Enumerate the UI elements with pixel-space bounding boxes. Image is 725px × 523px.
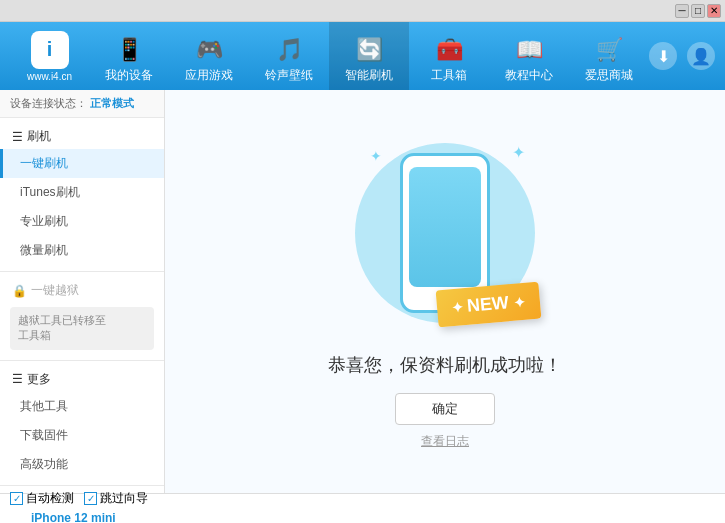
device-status: 设备连接状态： 正常模式 bbox=[0, 90, 164, 118]
jailbreak-note: 越狱工具已转移至 工具箱 bbox=[10, 307, 154, 350]
more-section: ☰ 更多 其他工具 下载固件 高级功能 bbox=[0, 361, 164, 486]
tutorial-icon: 📖 bbox=[516, 37, 543, 63]
view-log-link[interactable]: 查看日志 bbox=[421, 433, 469, 450]
nav-label-ringtone: 铃声壁纸 bbox=[265, 67, 313, 84]
flash-section-label: 刷机 bbox=[27, 128, 51, 145]
sidebar-item-other-tools[interactable]: 其他工具 bbox=[0, 392, 164, 421]
sidebar-item-advanced[interactable]: 高级功能 bbox=[0, 450, 164, 479]
confirm-button[interactable]: 确定 bbox=[395, 393, 495, 425]
nav-right: ⬇ 👤 bbox=[649, 42, 715, 70]
more-section-header: ☰ 更多 bbox=[0, 367, 164, 392]
logo-icon: i bbox=[31, 31, 69, 69]
toolbox-icon: 🧰 bbox=[436, 37, 463, 63]
title-bar: ─ □ ✕ bbox=[0, 0, 725, 22]
device-status-label: 设备连接状态： bbox=[10, 97, 87, 109]
sidebar-item-one-key-flash[interactable]: 一键刷机 bbox=[0, 149, 164, 178]
sidebar-item-itunes-flash[interactable]: iTunes刷机 bbox=[0, 178, 164, 207]
nav-item-apps-games[interactable]: 🎮 应用游戏 bbox=[169, 22, 249, 90]
logo-text: www.i4.cn bbox=[27, 71, 72, 82]
more-section-label: 更多 bbox=[27, 371, 51, 388]
nav-item-smart-flash[interactable]: 🔄 智能刷机 bbox=[329, 22, 409, 90]
sidebar: 设备连接状态： 正常模式 ☰ 刷机 一键刷机 iTunes刷机 专业刷机 微量刷… bbox=[0, 90, 165, 493]
nav-item-my-device[interactable]: 📱 我的设备 bbox=[89, 22, 169, 90]
nav-item-store[interactable]: 🛒 爱思商城 bbox=[569, 22, 649, 90]
jailbreak-section-label: 一键越狱 bbox=[31, 282, 79, 299]
nav-label-smart-flash: 智能刷机 bbox=[345, 67, 393, 84]
auto-detect-checkbox[interactable]: ✓ 自动检测 bbox=[10, 490, 74, 507]
flash-section-header: ☰ 刷机 bbox=[0, 124, 164, 149]
logo-area[interactable]: i www.i4.cn bbox=[10, 31, 89, 82]
jailbreak-section: 🔒 一键越狱 越狱工具已转移至 工具箱 bbox=[0, 272, 164, 361]
device-row: 📱 iPhone 12 mini 64GB Down-12mini-13.1 bbox=[10, 511, 715, 523]
apps-icon: 🎮 bbox=[196, 37, 223, 63]
user-button[interactable]: 👤 bbox=[687, 42, 715, 70]
phone-screen bbox=[409, 167, 481, 287]
sparkle-tr-icon: ✦ bbox=[512, 143, 525, 162]
new-badge: NEW bbox=[436, 282, 542, 328]
flash-section: ☰ 刷机 一键刷机 iTunes刷机 专业刷机 微量刷机 bbox=[0, 118, 164, 272]
skip-wizard-label: 跳过向导 bbox=[100, 490, 148, 507]
nav-label-apps-games: 应用游戏 bbox=[185, 67, 233, 84]
main-area: 设备连接状态： 正常模式 ☰ 刷机 一键刷机 iTunes刷机 专业刷机 微量刷… bbox=[0, 90, 725, 493]
smart-flash-icon: 🔄 bbox=[356, 37, 383, 63]
sparkle-tl-icon: ✦ bbox=[370, 148, 382, 164]
device-status-value: 正常模式 bbox=[90, 97, 134, 109]
lock-icon: 🔒 bbox=[12, 284, 27, 298]
content-area: ✦ ✦ NEW 恭喜您，保资料刷机成功啦！ 确定 查看日志 bbox=[165, 90, 725, 493]
close-button[interactable]: ✕ bbox=[707, 4, 721, 18]
checkbox-row: ✓ 自动检测 ✓ 跳过向导 bbox=[10, 490, 715, 507]
success-illustration: ✦ ✦ NEW bbox=[345, 133, 545, 333]
logo-char: i bbox=[47, 38, 53, 61]
maximize-button[interactable]: □ bbox=[691, 4, 705, 18]
download-button[interactable]: ⬇ bbox=[649, 42, 677, 70]
nav-label-my-device: 我的设备 bbox=[105, 67, 153, 84]
skip-wizard-check-icon: ✓ bbox=[84, 492, 97, 505]
success-message: 恭喜您，保资料刷机成功啦！ bbox=[328, 353, 562, 377]
nav-label-tutorial: 教程中心 bbox=[505, 67, 553, 84]
device-info: iPhone 12 mini 64GB Down-12mini-13.1 bbox=[31, 511, 120, 523]
sidebar-item-download-fw[interactable]: 下载固件 bbox=[0, 421, 164, 450]
nav-label-store: 爱思商城 bbox=[585, 67, 633, 84]
auto-detect-check-icon: ✓ bbox=[10, 492, 23, 505]
skip-wizard-checkbox[interactable]: ✓ 跳过向导 bbox=[84, 490, 148, 507]
sidebar-item-pro-flash[interactable]: 专业刷机 bbox=[0, 207, 164, 236]
more-icon: ☰ bbox=[12, 372, 23, 386]
device-info-bar: ✓ 自动检测 ✓ 跳过向导 📱 iPhone 12 mini 64GB Down… bbox=[0, 493, 725, 523]
minimize-button[interactable]: ─ bbox=[675, 4, 689, 18]
device-icon: 📱 bbox=[116, 37, 143, 63]
store-icon: 🛒 bbox=[596, 37, 623, 63]
device-name: iPhone 12 mini bbox=[31, 511, 120, 523]
nav-items: 📱 我的设备 🎮 应用游戏 🎵 铃声壁纸 🔄 智能刷机 🧰 工具箱 📖 教程中心… bbox=[89, 22, 649, 90]
nav-item-tutorial[interactable]: 📖 教程中心 bbox=[489, 22, 569, 90]
auto-detect-label: 自动检测 bbox=[26, 490, 74, 507]
top-nav: i www.i4.cn 📱 我的设备 🎮 应用游戏 🎵 铃声壁纸 🔄 智能刷机 … bbox=[0, 22, 725, 90]
flash-section-icon: ☰ bbox=[12, 130, 23, 144]
sidebar-item-micro-flash[interactable]: 微量刷机 bbox=[0, 236, 164, 265]
nav-label-toolbox: 工具箱 bbox=[431, 67, 467, 84]
ringtone-icon: 🎵 bbox=[276, 37, 303, 63]
bottom-left-area: ✓ 自动检测 ✓ 跳过向导 📱 iPhone 12 mini 64GB Down… bbox=[10, 490, 715, 523]
nav-item-ringtone[interactable]: 🎵 铃声壁纸 bbox=[249, 22, 329, 90]
jailbreak-section-header: 🔒 一键越狱 bbox=[0, 278, 164, 303]
nav-item-toolbox[interactable]: 🧰 工具箱 bbox=[409, 22, 489, 90]
